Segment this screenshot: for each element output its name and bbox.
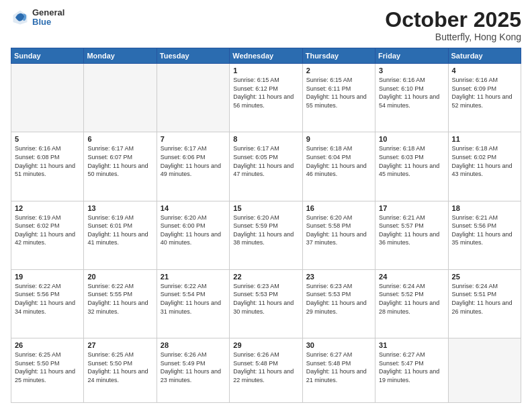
day-number: 1 bbox=[233, 66, 298, 75]
calendar-cell: 11Sunrise: 6:18 AMSunset: 6:02 PMDayligh… bbox=[448, 132, 521, 201]
calendar-cell: 21Sunrise: 6:22 AMSunset: 5:54 PMDayligh… bbox=[157, 269, 229, 338]
calendar-cell: 12Sunrise: 6:19 AMSunset: 6:02 PMDayligh… bbox=[11, 201, 84, 269]
month-title: October 2025 bbox=[385, 8, 521, 32]
calendar-cell: 8Sunrise: 6:17 AMSunset: 6:05 PMDaylight… bbox=[230, 132, 302, 201]
calendar-cell: 13Sunrise: 6:19 AMSunset: 6:01 PMDayligh… bbox=[84, 201, 157, 269]
day-number: 11 bbox=[452, 135, 517, 143]
day-number: 31 bbox=[379, 341, 444, 349]
weekday-header-wednesday: Wednesday bbox=[230, 48, 302, 64]
day-info: Sunrise: 6:25 AMSunset: 5:50 PMDaylight:… bbox=[15, 351, 80, 384]
day-info: Sunrise: 6:19 AMSunset: 6:01 PMDaylight:… bbox=[87, 214, 152, 247]
day-info: Sunrise: 6:27 AMSunset: 5:48 PMDaylight:… bbox=[306, 351, 371, 384]
day-info: Sunrise: 6:22 AMSunset: 5:56 PMDaylight:… bbox=[15, 282, 80, 316]
day-info: Sunrise: 6:17 AMSunset: 6:06 PMDaylight:… bbox=[161, 144, 226, 178]
day-info: Sunrise: 6:18 AMSunset: 6:03 PMDaylight:… bbox=[379, 144, 444, 178]
calendar-cell: 26Sunrise: 6:25 AMSunset: 5:50 PMDayligh… bbox=[11, 338, 84, 403]
calendar-cell: 23Sunrise: 6:23 AMSunset: 5:53 PMDayligh… bbox=[302, 269, 375, 338]
calendar-cell bbox=[448, 338, 521, 403]
location: Butterfly, Hong Kong bbox=[385, 32, 521, 42]
calendar-body: 1Sunrise: 6:15 AMSunset: 6:12 PMDaylight… bbox=[11, 64, 521, 403]
calendar-cell: 7Sunrise: 6:17 AMSunset: 6:06 PMDaylight… bbox=[157, 132, 229, 201]
day-info: Sunrise: 6:24 AMSunset: 5:52 PMDaylight:… bbox=[379, 282, 444, 316]
calendar-cell: 19Sunrise: 6:22 AMSunset: 5:56 PMDayligh… bbox=[11, 269, 84, 338]
calendar-cell: 30Sunrise: 6:27 AMSunset: 5:48 PMDayligh… bbox=[302, 338, 375, 403]
day-number: 29 bbox=[233, 341, 298, 349]
day-info: Sunrise: 6:23 AMSunset: 5:53 PMDaylight:… bbox=[233, 282, 298, 316]
day-info: Sunrise: 6:19 AMSunset: 6:02 PMDaylight:… bbox=[15, 214, 80, 247]
day-info: Sunrise: 6:17 AMSunset: 6:07 PMDaylight:… bbox=[87, 144, 152, 178]
day-info: Sunrise: 6:21 AMSunset: 5:56 PMDaylight:… bbox=[452, 214, 517, 247]
calendar-cell: 25Sunrise: 6:24 AMSunset: 5:51 PMDayligh… bbox=[448, 269, 521, 338]
day-info: Sunrise: 6:16 AMSunset: 6:08 PMDaylight:… bbox=[15, 144, 80, 178]
weekday-header-sunday: Sunday bbox=[11, 48, 84, 64]
day-info: Sunrise: 6:22 AMSunset: 5:54 PMDaylight:… bbox=[161, 282, 226, 316]
calendar-cell: 3Sunrise: 6:16 AMSunset: 6:10 PMDaylight… bbox=[375, 64, 448, 132]
page: General Blue October 2025 Butterfly, Hon… bbox=[0, 0, 532, 411]
day-info: Sunrise: 6:15 AMSunset: 6:12 PMDaylight:… bbox=[233, 76, 298, 109]
day-info: Sunrise: 6:24 AMSunset: 5:51 PMDaylight:… bbox=[452, 282, 517, 316]
weekday-header-monday: Monday bbox=[84, 48, 157, 64]
logo-general: General bbox=[32, 8, 64, 17]
calendar-cell bbox=[84, 64, 157, 132]
logo-icon bbox=[11, 8, 30, 27]
day-info: Sunrise: 6:16 AMSunset: 6:09 PMDaylight:… bbox=[452, 76, 517, 109]
day-info: Sunrise: 6:15 AMSunset: 6:11 PMDaylight:… bbox=[306, 76, 371, 109]
day-number: 16 bbox=[306, 204, 371, 212]
day-number: 2 bbox=[306, 66, 371, 75]
weekday-header-saturday: Saturday bbox=[448, 48, 521, 64]
day-number: 8 bbox=[233, 135, 298, 143]
calendar-week-4: 19Sunrise: 6:22 AMSunset: 5:56 PMDayligh… bbox=[11, 269, 521, 338]
day-number: 21 bbox=[161, 273, 226, 281]
weekday-header-tuesday: Tuesday bbox=[157, 48, 229, 64]
logo: General Blue bbox=[11, 8, 64, 28]
weekday-header-friday: Friday bbox=[375, 48, 448, 64]
day-number: 17 bbox=[379, 204, 444, 212]
calendar-cell: 15Sunrise: 6:20 AMSunset: 5:59 PMDayligh… bbox=[230, 201, 302, 269]
calendar-table: SundayMondayTuesdayWednesdayThursdayFrid… bbox=[11, 48, 521, 403]
day-number: 13 bbox=[87, 204, 152, 212]
day-number: 14 bbox=[161, 204, 226, 212]
day-info: Sunrise: 6:17 AMSunset: 6:05 PMDaylight:… bbox=[233, 144, 298, 178]
day-number: 28 bbox=[161, 341, 226, 349]
day-info: Sunrise: 6:22 AMSunset: 5:55 PMDaylight:… bbox=[87, 282, 152, 316]
day-info: Sunrise: 6:16 AMSunset: 6:10 PMDaylight:… bbox=[379, 76, 444, 109]
calendar-cell: 18Sunrise: 6:21 AMSunset: 5:56 PMDayligh… bbox=[448, 201, 521, 269]
calendar-cell: 17Sunrise: 6:21 AMSunset: 5:57 PMDayligh… bbox=[375, 201, 448, 269]
day-number: 15 bbox=[233, 204, 298, 212]
day-info: Sunrise: 6:21 AMSunset: 5:57 PMDaylight:… bbox=[379, 214, 444, 247]
calendar-cell: 6Sunrise: 6:17 AMSunset: 6:07 PMDaylight… bbox=[84, 132, 157, 201]
day-number: 24 bbox=[379, 273, 444, 281]
calendar-week-1: 1Sunrise: 6:15 AMSunset: 6:12 PMDaylight… bbox=[11, 64, 521, 132]
calendar-cell: 9Sunrise: 6:18 AMSunset: 6:04 PMDaylight… bbox=[302, 132, 375, 201]
calendar-cell: 14Sunrise: 6:20 AMSunset: 6:00 PMDayligh… bbox=[157, 201, 229, 269]
day-number: 5 bbox=[15, 135, 80, 143]
logo-text: General Blue bbox=[32, 8, 64, 28]
calendar-cell: 31Sunrise: 6:27 AMSunset: 5:47 PMDayligh… bbox=[375, 338, 448, 403]
day-info: Sunrise: 6:20 AMSunset: 5:59 PMDaylight:… bbox=[233, 214, 298, 247]
calendar-cell: 22Sunrise: 6:23 AMSunset: 5:53 PMDayligh… bbox=[230, 269, 302, 338]
day-number: 27 bbox=[87, 341, 152, 349]
day-number: 3 bbox=[379, 66, 444, 75]
calendar-cell: 16Sunrise: 6:20 AMSunset: 5:58 PMDayligh… bbox=[302, 201, 375, 269]
day-number: 9 bbox=[306, 135, 371, 143]
day-info: Sunrise: 6:20 AMSunset: 5:58 PMDaylight:… bbox=[306, 214, 371, 247]
calendar-cell: 28Sunrise: 6:26 AMSunset: 5:49 PMDayligh… bbox=[157, 338, 229, 403]
day-number: 7 bbox=[161, 135, 226, 143]
weekday-header-row: SundayMondayTuesdayWednesdayThursdayFrid… bbox=[11, 48, 521, 64]
day-number: 25 bbox=[452, 273, 517, 281]
day-number: 10 bbox=[379, 135, 444, 143]
calendar-week-5: 26Sunrise: 6:25 AMSunset: 5:50 PMDayligh… bbox=[11, 338, 521, 403]
day-number: 30 bbox=[306, 341, 371, 349]
day-number: 19 bbox=[15, 273, 80, 281]
day-info: Sunrise: 6:25 AMSunset: 5:50 PMDaylight:… bbox=[87, 351, 152, 384]
calendar-week-2: 5Sunrise: 6:16 AMSunset: 6:08 PMDaylight… bbox=[11, 132, 521, 201]
calendar-cell bbox=[11, 64, 84, 132]
logo-blue: Blue bbox=[32, 17, 64, 27]
calendar-cell: 24Sunrise: 6:24 AMSunset: 5:52 PMDayligh… bbox=[375, 269, 448, 338]
day-info: Sunrise: 6:27 AMSunset: 5:47 PMDaylight:… bbox=[379, 351, 444, 384]
day-info: Sunrise: 6:20 AMSunset: 6:00 PMDaylight:… bbox=[161, 214, 226, 247]
calendar-cell bbox=[157, 64, 229, 132]
calendar-week-3: 12Sunrise: 6:19 AMSunset: 6:02 PMDayligh… bbox=[11, 201, 521, 269]
calendar-cell: 2Sunrise: 6:15 AMSunset: 6:11 PMDaylight… bbox=[302, 64, 375, 132]
calendar-cell: 1Sunrise: 6:15 AMSunset: 6:12 PMDaylight… bbox=[230, 64, 302, 132]
